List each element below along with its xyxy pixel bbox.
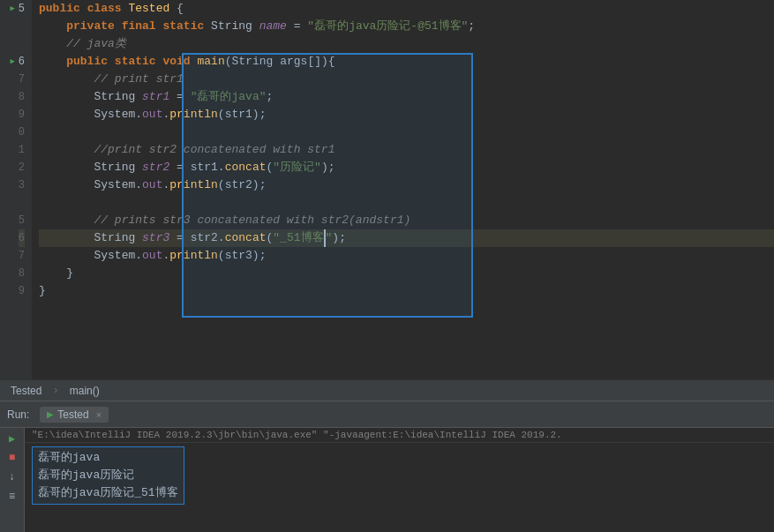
run-tab-bar: Run: ▶ Tested × [0,401,774,428]
line-num-9: 9 [19,106,25,124]
line-num-blank3 [19,194,25,212]
code-line-17: } [39,282,774,300]
run-tab-close[interactable]: × [96,409,101,420]
run-sidebar: ▶ ■ ↓ ≡ [0,428,25,532]
run-tab[interactable]: ▶ Tested × [40,407,109,423]
line-num-13: 3 [19,176,25,194]
line-num-5: ▶5 [10,0,25,18]
play-button[interactable]: ▶ [4,431,21,446]
code-line-16: } [39,265,774,282]
output-line-3: 磊哥的java历险记_51博客 [38,484,178,502]
line-num-19: 9 [19,282,25,300]
run-tab-label: Tested [57,408,88,421]
kw-class: class [87,0,122,18]
breadcrumb-class: Tested [11,385,41,397]
line-num-8: 8 [19,88,25,106]
output-line-2: 磊哥的java历险记 [38,467,178,484]
code-lines: public class Tested { private final stat… [32,0,774,379]
code-line-13: // prints str3 concatenated with str2(an… [39,212,774,229]
code-line-15: System. out . println (str3); [39,247,774,265]
code-line-11: System. out . println (str2); [39,176,774,194]
code-line-3: // java类 [39,35,774,53]
code-line-12 [39,194,774,212]
stop-button[interactable]: ■ [4,451,21,465]
line-num-12: 2 [19,159,25,176]
line-num-6: ▶6 [10,53,25,71]
kw-public: public [39,0,80,18]
run-label: Run: [7,408,29,421]
run-results: 磊哥的java 磊哥的java历险记 磊哥的java历险记_51博客 [25,443,774,532]
code-line-5: // print str1 [39,71,774,88]
line-num-17: 7 [19,247,25,265]
line-num-blank1 [19,18,25,35]
code-line-8 [39,124,774,141]
ide-window: ▶5 ▶6 7 8 9 0 1 2 3 5 6 7 8 9 [0,0,774,532]
code-line-9: //print str2 concatenated with str1 [39,141,774,159]
code-line-14: String str3 = str2. concat ( "_51博客 " ); [39,229,774,247]
breadcrumb-bar: Tested › main() [0,379,774,401]
output-highlight-box: 磊哥的java 磊哥的java历险记 磊哥的java历险记_51博客 [32,446,184,505]
run-content: ▶ ■ ↓ ≡ "E:\idea\IntelliJ IDEA 2019.2.3\… [0,428,774,532]
run-tab-icon: ▶ [47,409,54,419]
breadcrumb-method: main() [70,385,100,397]
class-name-tested: Tested [128,0,169,18]
code-line-7: System. out . println (str1); [39,106,774,124]
line-num-7: 7 [19,71,25,88]
code-line-1: public class Tested { [39,0,774,18]
run-output-lines: 磊哥的java 磊哥的java历险记 磊哥的java历险记_51博客 [25,443,774,532]
run-icon-1: ▶ [10,0,14,18]
code-line-2: private final static String name = "磊哥的j… [39,18,774,35]
code-line-10: String str2 = str1. concat ( "历险记" ); [39,159,774,176]
line-numbers: ▶5 ▶6 7 8 9 0 1 2 3 5 6 7 8 9 [0,0,32,379]
code-line-6: String str1 = "磊哥的java" ; [39,88,774,106]
breadcrumb-sep: › [45,384,65,397]
run-panel: Run: ▶ Tested × ▶ ■ ↓ ≡ "E:\idea\Intelli… [0,401,774,532]
line-num-16: 6 [19,229,25,247]
line-num-blank4 [19,300,25,318]
line-num-10: 0 [19,124,25,141]
run-output-area: "E:\idea\IntelliJ IDEA 2019.2.3\jbr\bin\… [25,428,774,532]
line-num-11: 1 [19,141,25,159]
scroll-to-end-button[interactable]: ↓ [4,470,21,484]
output-line-1: 磊哥的java [38,449,178,467]
line-num-18: 8 [19,265,25,282]
line-num-blank2 [19,35,25,53]
run-command-line: "E:\idea\IntelliJ IDEA 2019.2.3\jbr\bin\… [25,428,774,443]
line-num-15: 5 [19,212,25,229]
settings-button[interactable]: ≡ [4,490,21,504]
code-line-4: public static void main ( String args []… [39,53,774,71]
run-icon-2: ▶ [10,53,14,71]
editor-area: ▶5 ▶6 7 8 9 0 1 2 3 5 6 7 8 9 [0,0,774,379]
